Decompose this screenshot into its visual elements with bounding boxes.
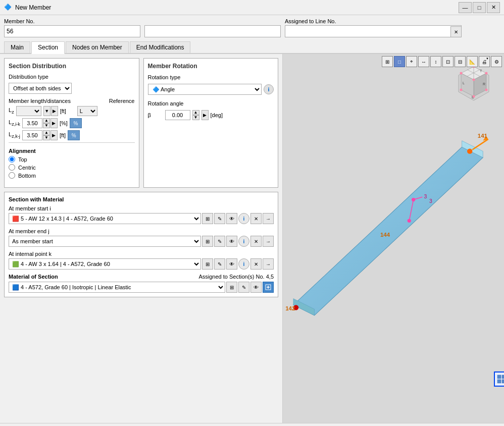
- maximize-button[interactable]: □: [473, 2, 486, 13]
- beta-right-btn[interactable]: ▶: [201, 110, 209, 120]
- swm-k-del-btn[interactable]: ✕: [250, 258, 262, 270]
- view-btn-8[interactable]: 📐: [467, 56, 478, 67]
- swm-end-view-btn[interactable]: 👁: [226, 236, 237, 247]
- distribution-type-select[interactable]: Offset at both sides: [9, 83, 72, 94]
- lz-ref-select[interactable]: L: [77, 106, 97, 116]
- swm-start-edit-btn[interactable]: ✎: [214, 213, 225, 224]
- lz-dropdown[interactable]: [16, 106, 41, 116]
- tab-endmod[interactable]: End Modifications: [130, 41, 191, 53]
- rotation-type-info-btn[interactable]: i: [264, 84, 274, 94]
- swm-k-table-btn[interactable]: ⊞: [202, 258, 213, 270]
- member-no-input[interactable]: 56: [4, 25, 140, 37]
- swm-end-label: At member end j: [9, 228, 274, 234]
- field2-input[interactable]: [144, 25, 281, 37]
- view-btn-print[interactable]: 🖨▼: [479, 56, 490, 67]
- lzkj-unit: [ft]: [60, 132, 66, 138]
- mat-table-btn[interactable]: ⊞: [226, 282, 237, 293]
- lzkj-down-btn[interactable]: ▼: [43, 135, 50, 140]
- swm-k-view-btn[interactable]: 👁: [226, 258, 237, 270]
- lzik-unit: [%]: [60, 120, 68, 126]
- beta-down-btn[interactable]: ▼: [192, 115, 199, 120]
- swm-start-arrow-btn[interactable]: →: [263, 213, 274, 224]
- swm-end-edit-btn[interactable]: ✎: [214, 236, 225, 247]
- view-btn-settings[interactable]: ⚙: [491, 56, 502, 67]
- swm-end-input-row: As member start ⊞ ✎ 👁 i ✕ →: [9, 236, 274, 247]
- clear-assigned-button[interactable]: ✕: [450, 26, 462, 37]
- svg-text:3: 3: [429, 198, 432, 204]
- tab-nodes[interactable]: Nodes on Member: [66, 41, 129, 53]
- view-btn-3[interactable]: ⌖: [406, 56, 417, 67]
- beta-input[interactable]: [165, 110, 190, 120]
- beta-up-btn[interactable]: ▲: [192, 110, 199, 115]
- view-btn-6[interactable]: ⊡: [442, 56, 453, 67]
- swm-start-input-row: 🟥 5 - AW 12 x 14.3 | 4 - A572, Grade 60 …: [9, 213, 274, 224]
- lzik-right-btn[interactable]: ▶: [51, 118, 58, 128]
- alignment-centric-radio[interactable]: [9, 164, 15, 171]
- lz-right-btn[interactable]: ▶: [51, 106, 58, 116]
- material-select[interactable]: 🟦 4 - A572, Grade 60 | Isotropic | Linea…: [9, 282, 225, 293]
- assigned-label: Assigned to Line No.: [285, 18, 462, 24]
- lzik-pct-btn[interactable]: %: [70, 118, 82, 128]
- lzkj-spinner: ▲ ▼ ▶: [22, 130, 58, 140]
- swm-end-info-btn[interactable]: i: [238, 236, 249, 247]
- lzik-down-btn[interactable]: ▼: [43, 123, 50, 128]
- view-btn-4[interactable]: ↔: [418, 56, 429, 67]
- swm-start-label: At member start i: [9, 205, 274, 211]
- top-fields: Member No. 56 Assigned to Line No. ✕: [0, 15, 504, 39]
- tab-main[interactable]: Main: [4, 41, 30, 53]
- lzik-up-btn[interactable]: ▲: [43, 118, 50, 123]
- swm-k-arrow-btn[interactable]: →: [263, 258, 274, 270]
- lzkj-input[interactable]: [22, 130, 42, 140]
- alignment-bottom[interactable]: Bottom: [9, 172, 135, 179]
- title-bar: 🔷 New Member — □ ✕: [0, 0, 504, 15]
- swm-end-table-btn[interactable]: ⊞: [202, 236, 213, 247]
- swm-k-info-btn[interactable]: i: [238, 258, 249, 270]
- distribution-type-row: Distribution type: [9, 74, 135, 80]
- lz-label: Lz: [9, 107, 14, 115]
- view-btn-2[interactable]: □: [394, 56, 405, 67]
- swm-start-table-btn[interactable]: ⊞: [202, 213, 213, 224]
- lzkj-up-btn[interactable]: ▲: [43, 130, 50, 135]
- mat-edit-btn[interactable]: ✎: [238, 282, 249, 293]
- swm-start-del-btn[interactable]: ✕: [250, 213, 262, 224]
- assigned-input[interactable]: [285, 25, 462, 37]
- bottom-toolbar: 🔍 0.00 ⊞ ◎ 📋 ⚙ 📊 OK Cancel Apply & Next: [0, 423, 504, 426]
- mat-view-btn[interactable]: 👁: [250, 282, 262, 293]
- assigned-group: Assigned to Line No. ✕: [285, 18, 462, 37]
- view-btn-7[interactable]: ⊟: [455, 56, 466, 67]
- lzik-label: Lz,i-k: [9, 119, 20, 127]
- app-icon: 🔷: [4, 4, 12, 12]
- swm-start-info-btn[interactable]: i: [238, 213, 249, 224]
- alignment-bottom-radio[interactable]: [9, 172, 15, 179]
- lzkj-pct-btn[interactable]: %: [68, 130, 80, 140]
- swm-end-select[interactable]: As member start: [9, 236, 201, 247]
- rotation-type-select[interactable]: 🔷 Angle: [148, 84, 262, 95]
- swm-start-view-btn[interactable]: 👁: [226, 213, 237, 224]
- tab-section[interactable]: Section: [31, 41, 65, 54]
- swm-end-arrow-btn[interactable]: →: [263, 236, 274, 247]
- lzik-input[interactable]: [22, 118, 42, 128]
- close-button[interactable]: ✕: [487, 2, 500, 13]
- left-panel: Section Distribution Distribution type O…: [0, 54, 283, 423]
- swm-k-select[interactable]: 🟩 4 - AW 3 x 1.64 | 4 - A572, Grade 60: [9, 258, 201, 270]
- beta-spin-btns: ▲ ▼: [192, 110, 199, 120]
- highlighted-button[interactable]: [494, 371, 504, 387]
- member-no-label: Member No.: [4, 18, 140, 24]
- alignment-centric[interactable]: Centric: [9, 164, 135, 171]
- swm-start-select[interactable]: 🟥 5 - AW 12 x 14.3 | 4 - A572, Grade 60: [9, 213, 201, 224]
- view-btn-5[interactable]: ↕: [430, 56, 441, 67]
- svg-text:141: 141: [478, 133, 488, 139]
- lz-down-btn[interactable]: ▼: [43, 106, 51, 116]
- lzkj-right-btn[interactable]: ▶: [51, 130, 58, 140]
- swm-end-del-btn[interactable]: ✕: [250, 236, 262, 247]
- swm-k-edit-btn[interactable]: ✎: [214, 258, 225, 270]
- mat-special-btn[interactable]: [263, 282, 274, 293]
- swm-title: Section with Material: [9, 196, 274, 202]
- alignment-top[interactable]: Top: [9, 156, 135, 163]
- svg-point-15: [485, 72, 488, 75]
- view-btn-1[interactable]: ⊞: [382, 56, 393, 67]
- svg-rect-38: [502, 375, 504, 379]
- minimize-button[interactable]: —: [459, 2, 472, 13]
- svg-line-24: [472, 139, 488, 150]
- alignment-top-radio[interactable]: [9, 156, 15, 163]
